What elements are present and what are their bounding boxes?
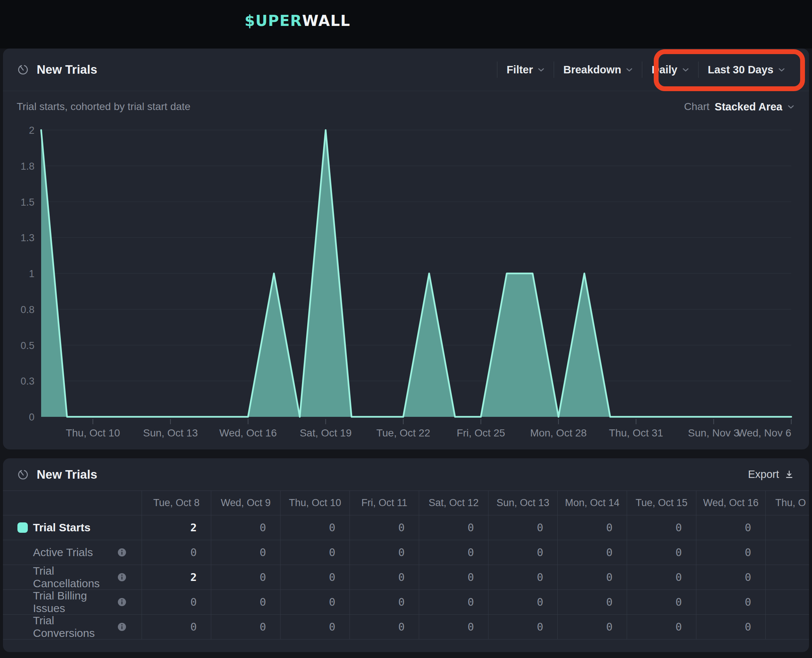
info-icon[interactable] (117, 548, 127, 557)
y-axis-tick-label: 0.3 (20, 376, 34, 387)
table-row: Trial Conversions000000000 (3, 615, 809, 639)
x-axis-tick-label: Tue, Oct 22 (376, 427, 430, 439)
x-axis-tick-label: Wed, Oct 16 (219, 427, 277, 439)
info-icon[interactable] (117, 572, 127, 582)
control-label: Filter (506, 64, 533, 76)
y-axis-tick-label: 0.5 (20, 340, 34, 351)
info-icon[interactable] (117, 622, 127, 632)
column-header: Tue, Oct 15 (627, 491, 696, 515)
row-label: Trial Cancellations (33, 565, 117, 590)
table-cell: 0 (627, 565, 696, 590)
table-cell: 0 (558, 565, 627, 590)
table-cell: 0 (489, 590, 558, 615)
table-cell: 0 (211, 565, 281, 590)
table-row: Trial Starts200000000 (3, 515, 809, 540)
table-cell: 0 (142, 615, 211, 639)
chevron-down-icon (538, 68, 544, 72)
row-label: Trial Starts (33, 521, 91, 534)
y-axis-tick-label: 1 (29, 268, 34, 279)
column-header: Fri, Oct 11 (350, 491, 419, 515)
control-last-30-days[interactable]: Last 30 Days (699, 64, 794, 76)
control-label: Daily (652, 64, 677, 76)
stacked-area-chart: 21.81.51.310.80.50.30Thu, Oct 10Sun, Oct… (12, 122, 802, 443)
new-trials-table-card: New Trials Export Tue, Oct 8Wed, Oct 9Th… (3, 458, 809, 652)
table-cell (766, 565, 809, 590)
table-row: Active Trials000000000 (3, 540, 809, 565)
table-cell: 0 (419, 515, 489, 540)
stopwatch-icon (17, 63, 29, 76)
x-axis-tick-label: Thu, Oct 31 (609, 427, 663, 439)
table-cell: 0 (350, 565, 419, 590)
table-cell: 0 (281, 590, 350, 615)
table-cell: 0 (419, 540, 489, 565)
y-axis-tick-label: 0 (29, 412, 34, 423)
control-label: Last 30 Days (708, 64, 773, 76)
table-row: Trial Cancellations200000000 (3, 565, 809, 590)
table-cell: 0 (142, 540, 211, 565)
table-cell: 0 (281, 540, 350, 565)
control-filter[interactable]: Filter (497, 64, 554, 76)
row-label: Active Trials (33, 546, 93, 559)
control-daily[interactable]: Daily (642, 64, 698, 76)
chart-type-dropdown[interactable]: Chart Stacked Area (684, 101, 794, 113)
column-header: Sat, Oct 12 (419, 491, 489, 515)
chart-card-title: New Trials (37, 63, 97, 77)
chevron-down-icon (778, 68, 785, 72)
control-label: Breakdown (563, 64, 621, 76)
table-cell: 2 (142, 565, 211, 590)
top-nav-bar: $UPERWALL (0, 0, 812, 49)
x-axis-tick-label: Sun, Nov 3 (688, 427, 739, 439)
logo-white-part: WALL (302, 12, 350, 29)
table-cell: 0 (558, 615, 627, 639)
info-icon[interactable] (117, 597, 127, 607)
table-cell: 0 (627, 615, 696, 639)
table-cell: 0 (627, 540, 696, 565)
column-header: Sun, Oct 13 (489, 491, 558, 515)
table-cell: 0 (419, 590, 489, 615)
chart-type-label: Chart (684, 101, 709, 113)
x-axis-tick-label: Sun, Oct 13 (143, 427, 198, 439)
table-cell: 0 (419, 565, 489, 590)
table-card-title: New Trials (37, 468, 97, 482)
chevron-down-icon (787, 105, 794, 109)
table-cell: 0 (558, 590, 627, 615)
table-cell: 0 (211, 515, 281, 540)
control-breakdown[interactable]: Breakdown (554, 64, 642, 76)
column-header: Mon, Oct 14 (558, 491, 627, 515)
table-cell (766, 540, 809, 565)
table-cell: 0 (696, 515, 766, 540)
export-label: Export (748, 468, 779, 481)
table-cell: 0 (489, 615, 558, 639)
table-cell: 0 (142, 590, 211, 615)
y-axis-tick-label: 1.3 (20, 232, 34, 243)
table-cell: 0 (489, 540, 558, 565)
y-axis-tick-label: 2 (29, 125, 34, 136)
table-cell (766, 515, 809, 540)
new-trials-chart-card: New Trials FilterBreakdownDailyLast 30 D… (3, 49, 809, 450)
row-label: Trial Conversions (33, 614, 117, 639)
table-cell: 0 (627, 515, 696, 540)
table-cell: 0 (211, 590, 281, 615)
chart-subtitle: Trial starts, cohorted by trial start da… (17, 101, 191, 113)
table-cell: 0 (281, 515, 350, 540)
table-cell: 0 (627, 590, 696, 615)
table-cell: 0 (350, 515, 419, 540)
table-cell: 0 (350, 540, 419, 565)
y-axis-tick-label: 1.8 (20, 161, 34, 172)
column-header: Wed, Oct 16 (696, 491, 766, 515)
table-cell: 0 (696, 540, 766, 565)
row-label-cell: Active Trials (3, 540, 142, 565)
row-label-cell: Trial Conversions (3, 615, 142, 639)
table-cell: 0 (281, 615, 350, 639)
chevron-down-icon (626, 68, 633, 72)
chart-subtitle-row: Trial starts, cohorted by trial start da… (3, 91, 809, 122)
export-button[interactable]: Export (748, 468, 794, 481)
chart-card-header: New Trials FilterBreakdownDailyLast 30 D… (3, 49, 809, 91)
superwall-logo: $UPERWALL (245, 0, 351, 41)
table-cell: 0 (489, 565, 558, 590)
table-row: Trial Billing Issues000000000 (3, 590, 809, 615)
stopwatch-icon (17, 468, 29, 481)
table-cell: 0 (696, 565, 766, 590)
table-corner-cell (3, 491, 142, 515)
table-cell: 0 (211, 615, 281, 639)
